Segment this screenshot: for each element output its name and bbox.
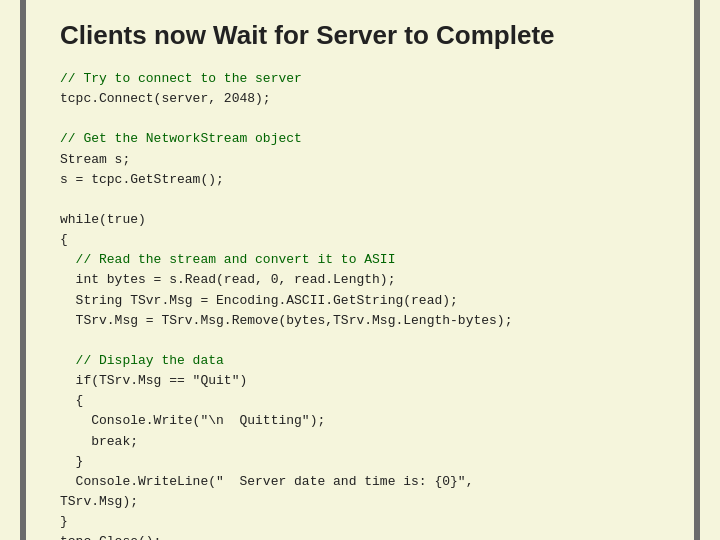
code-line: int bytes = s.Read(read, 0, read.Length)… [60,272,395,287]
code-line: // Try to connect to the server [60,71,302,86]
code-line: String TSvr.Msg = Encoding.ASCII.GetStri… [60,293,458,308]
code-line: TSrv.Msg); [60,494,138,509]
code-line: tcpc.Close(); [60,534,161,540]
code-line: Console.Write("\n Quitting"); [60,413,325,428]
code-line: break; [60,434,138,449]
code-line: tcpc.Connect(server, 2048); [60,91,271,106]
code-line: { [60,393,83,408]
code-line: if(TSrv.Msg == "Quit") [60,373,247,388]
slide: Clients now Wait for Server to Complete … [0,0,720,540]
right-bar [694,0,700,540]
code-line: Console.WriteLine(" Server date and time… [60,474,473,489]
code-line: s = tcpc.GetStream(); [60,172,224,187]
slide-title: Clients now Wait for Server to Complete [60,20,690,51]
left-bar [20,0,26,540]
code-line: { [60,232,68,247]
code-line: while(true) [60,212,146,227]
code-line: // Display the data [60,353,224,368]
code-block: // Try to connect to the server tcpc.Con… [60,69,690,540]
code-line: } [60,454,83,469]
code-line: TSrv.Msg = TSrv.Msg.Remove(bytes,TSrv.Ms… [60,313,512,328]
code-line: } [60,514,68,529]
code-line: // Read the stream and convert it to ASI… [60,252,395,267]
code-line: Stream s; [60,152,130,167]
code-line: // Get the NetworkStream object [60,131,302,146]
